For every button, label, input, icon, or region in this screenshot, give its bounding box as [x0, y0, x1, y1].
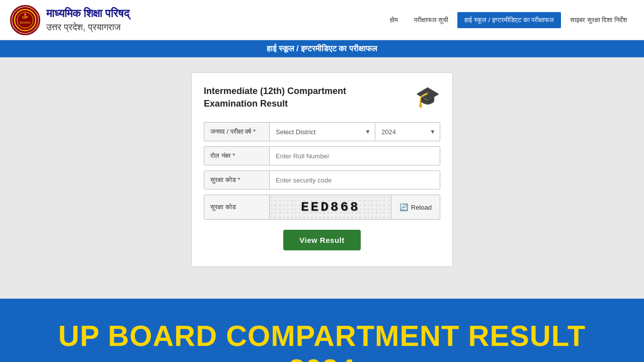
reload-button[interactable]: 🔄 Reload	[391, 195, 440, 219]
sub-banner-text: हाई स्कूल / इण्टरमीडिएट का परीक्षाफल	[267, 44, 377, 53]
security-code-label: सुरक्षा कोड *	[204, 171, 270, 189]
org-title: माध्यमिक शिक्षा परिषद् उत्तर प्रदेश, प्र…	[46, 6, 129, 34]
roll-number-input[interactable]	[270, 147, 440, 165]
view-result-button[interactable]: View Result	[283, 230, 360, 250]
logo-area: UP BOARD माध्यमिक शिक्षा परिषद् उत्तर प्…	[10, 5, 129, 35]
result-form-card: Intermediate (12th) Compartment Examinat…	[191, 72, 453, 267]
reload-label: Reload	[411, 204, 432, 211]
year-select[interactable]: 2024 2023 2022 2021 2020	[375, 123, 440, 141]
roll-number-row: रोल नंबर *	[204, 146, 440, 165]
form-header: Intermediate (12th) Compartment Examinat…	[204, 85, 440, 110]
footer-text: UP BOARD COMPARTMENT RESULT 2024	[30, 319, 614, 362]
reload-icon: 🔄	[399, 203, 408, 211]
district-year-row: जनपद / परीक्षा वर्ष * Select District आग…	[204, 122, 440, 141]
svg-text:BOARD: BOARD	[20, 21, 31, 24]
roll-number-label: रोल नंबर *	[204, 147, 270, 165]
form-title-line1: Intermediate (12th) Compartment	[204, 85, 346, 98]
sub-banner: हाई स्कूल / इण्टरमीडिएट का परीक्षाफल	[0, 40, 644, 57]
footer-text-part2: 2024	[288, 353, 355, 362]
form-title-line2: Examination Result	[204, 98, 346, 110]
roll-number-field	[270, 147, 440, 165]
logo-icon: UP BOARD	[12, 7, 38, 33]
main-nav: होम परीक्षाफल सूची हाई स्कूल / इण्टरमीडि…	[383, 12, 634, 28]
org-title-line1: माध्यमिक शिक्षा परिषद्	[46, 6, 129, 22]
logo-emblem: UP BOARD	[10, 5, 40, 35]
district-select-cell: Select District आगरा अलीगढ़ प्रयागराज लख…	[269, 122, 375, 141]
nav-home[interactable]: होम	[383, 12, 405, 28]
nav-cyber-safety[interactable]: साइबर सुरक्षा दिशा निर्देश	[563, 12, 634, 28]
security-code-input[interactable]	[270, 171, 440, 189]
year-select-cell: 2024 2023 2022 2021 2020 ▼	[375, 122, 440, 141]
district-select[interactable]: Select District आगरा अलीगढ़ प्रयागराज लख…	[270, 123, 375, 141]
captcha-row: सुरक्षा कोड EED868 🔄 Reload	[204, 195, 440, 220]
footer-text-part1: UP BOARD COMPARTMENT RESULT	[58, 319, 586, 352]
security-code-field	[270, 171, 440, 189]
captcha-label: सुरक्षा कोड	[204, 195, 270, 219]
district-label: जनपद / परीक्षा वर्ष *	[204, 122, 269, 141]
svg-text:UP: UP	[22, 15, 28, 20]
header: UP BOARD माध्यमिक शिक्षा परिषद् उत्तर प्…	[0, 0, 644, 40]
captcha-code-text: EED868	[300, 200, 360, 215]
form-title: Intermediate (12th) Compartment Examinat…	[204, 85, 346, 110]
main-content: Intermediate (12th) Compartment Examinat…	[0, 57, 644, 299]
nav-results-list[interactable]: परीक्षाफल सूची	[407, 12, 456, 28]
graduation-cap-icon: 🎓	[415, 85, 440, 109]
footer-banner: UP BOARD COMPARTMENT RESULT 2024	[0, 299, 644, 362]
org-title-line2: उत्तर प्रदेश, प्रयागराज	[46, 21, 129, 34]
security-code-input-row: सुरक्षा कोड *	[204, 170, 440, 190]
nav-highschool-result[interactable]: हाई स्कूल / इण्टरमीडिएट का परीक्षाफल	[457, 12, 561, 28]
captcha-image: EED868	[270, 195, 391, 219]
